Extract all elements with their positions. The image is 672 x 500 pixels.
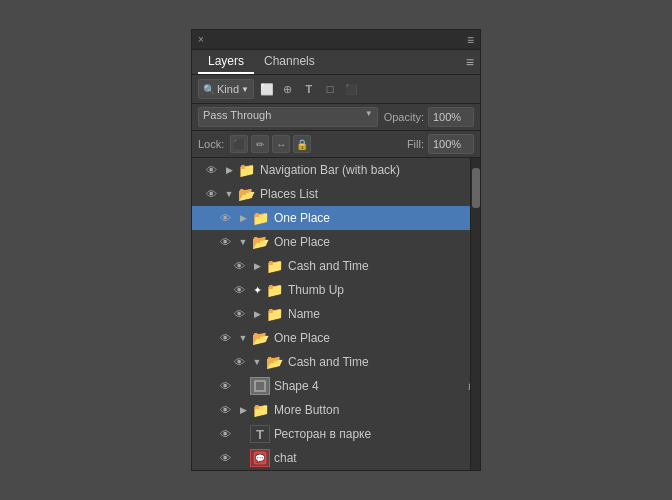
opacity-label: Opacity: — [384, 111, 424, 123]
svg-text:💬: 💬 — [255, 453, 265, 463]
lock-label: Lock: — [198, 138, 224, 150]
lock-position-icon[interactable]: ↔ — [272, 135, 290, 153]
visibility-toggle[interactable]: 👁 — [214, 206, 236, 230]
layer-thumbnail: 📂 — [264, 353, 284, 371]
folder-icon: 📂 — [252, 234, 269, 250]
visibility-toggle[interactable]: 👁 — [200, 158, 222, 182]
folder-icon: 📁 — [266, 306, 283, 322]
layer-thumbnail: 💬 — [250, 449, 270, 467]
fill-input[interactable]: 100% — [428, 134, 474, 154]
layer-thumbnail: 📁 — [264, 305, 284, 323]
blend-row: Pass Through ▼ Opacity: 100% — [192, 104, 480, 131]
visibility-toggle[interactable]: 👁 — [200, 182, 222, 206]
tabs: Layers Channels — [198, 50, 325, 74]
layer-name: Cash and Time — [288, 259, 476, 273]
layer-thumbnail: 📁 — [236, 161, 256, 179]
visibility-toggle[interactable]: 👁 — [214, 230, 236, 254]
layer-item[interactable]: 👁 ▼ 📂 One Place — [192, 230, 480, 254]
smart-filter-icon[interactable]: ⬛ — [342, 80, 360, 98]
visibility-toggle[interactable]: 👁 — [214, 398, 236, 422]
type-filter-icon[interactable]: T — [300, 80, 318, 98]
visibility-toggle[interactable]: 👁 — [214, 446, 236, 470]
fill-section: Fill: 100% — [407, 134, 474, 154]
layer-name: chat — [274, 451, 476, 465]
layer-item[interactable]: 👁 ▶ Shape 4 fx — [192, 374, 480, 398]
layer-item[interactable]: 👁 ▶ 📁 Cash and Time — [192, 254, 480, 278]
layer-name: More Button — [274, 403, 476, 417]
layer-name: Cash and Time — [288, 355, 476, 369]
layer-thumbnail: 📂 — [250, 329, 270, 347]
filter-icons: ⬜ ⊕ T □ ⬛ — [258, 80, 360, 98]
folder-icon: 📁 — [252, 210, 269, 226]
layer-item[interactable]: 👁 ▶ 💬 chat — [192, 446, 480, 470]
folder-icon: 📂 — [252, 330, 269, 346]
folder-icon: 📁 — [238, 162, 255, 178]
tab-channels[interactable]: Channels — [254, 50, 325, 74]
pixel-filter-icon[interactable]: ⬜ — [258, 80, 276, 98]
expand-arrow[interactable]: ▶ — [236, 398, 250, 422]
folder-icon: 📂 — [266, 354, 283, 370]
layer-thumbnail: 📁 — [250, 209, 270, 227]
svg-rect-0 — [255, 381, 265, 391]
close-icon[interactable]: × — [198, 34, 204, 45]
layer-item[interactable]: 👁 ▼ 📂 Places List — [192, 182, 480, 206]
expand-arrow[interactable]: ▶ — [236, 206, 250, 230]
blend-mode-dropdown[interactable]: Pass Through ▼ — [198, 107, 378, 127]
layer-item[interactable]: 👁 ▼ 📂 One Place — [192, 326, 480, 350]
kind-label: Kind — [217, 83, 239, 95]
tabs-menu-icon[interactable]: ≡ — [466, 54, 474, 70]
visibility-toggle[interactable]: 👁 — [228, 350, 250, 374]
layer-item[interactable]: 👁 ▼ 📂 Cash and Time — [192, 350, 480, 374]
layer-name: One Place — [274, 235, 476, 249]
layers-list: 👁 ▶ 📁 Navigation Bar (with back) 👁 ▼ 📂 P… — [192, 158, 480, 470]
visibility-toggle[interactable]: 👁 — [214, 374, 236, 398]
shape-filter-icon[interactable]: □ — [321, 80, 339, 98]
folder-icon: 📁 — [266, 282, 283, 298]
visibility-toggle[interactable]: 👁 — [228, 302, 250, 326]
layer-item[interactable]: 👁 ▶ 📁 Navigation Bar (with back) — [192, 158, 480, 182]
opacity-input[interactable]: 100% — [428, 107, 474, 127]
layer-item[interactable]: 👁 ▶ 📁 Name — [192, 302, 480, 326]
layer-name: Places List — [260, 187, 476, 201]
visibility-toggle[interactable]: 👁 — [214, 326, 236, 350]
layer-thumbnail: 📂 — [236, 185, 256, 203]
expand-arrow[interactable]: ✦ — [250, 278, 264, 302]
tab-layers[interactable]: Layers — [198, 50, 254, 74]
panel-menu-icon[interactable]: ≡ — [467, 33, 474, 47]
folder-icon: 📂 — [238, 186, 255, 202]
lock-transparent-icon[interactable]: ⬛ — [230, 135, 248, 153]
layer-name: Navigation Bar (with back) — [260, 163, 476, 177]
expand-arrow[interactable]: ▼ — [250, 350, 264, 374]
layer-thumbnail: 📂 — [250, 233, 270, 251]
layer-item[interactable]: 👁 ✦ 📁 Thumb Up — [192, 278, 480, 302]
expand-arrow[interactable]: ▼ — [236, 326, 250, 350]
blend-mode-value: Pass Through — [203, 109, 271, 121]
layer-item[interactable]: 👁 ▶ 📁 More Button — [192, 398, 480, 422]
visibility-toggle[interactable]: 👁 — [228, 254, 250, 278]
fill-label: Fill: — [407, 138, 424, 150]
kind-dropdown[interactable]: 🔍 Kind ▼ — [198, 79, 254, 99]
scrollbar-thumb[interactable] — [472, 168, 480, 208]
visibility-toggle[interactable]: 👁 — [214, 422, 236, 446]
expand-arrow[interactable]: ▶ — [250, 254, 264, 278]
layer-thumbnail — [250, 377, 270, 395]
expand-arrow[interactable]: ▼ — [236, 230, 250, 254]
lock-image-icon[interactable]: ✏ — [251, 135, 269, 153]
visibility-toggle[interactable]: 👁 — [228, 278, 250, 302]
layer-thumbnail: 📁 — [250, 401, 270, 419]
panel-title-bar: × ≡ — [192, 30, 480, 50]
lock-row: Lock: ⬛ ✏ ↔ 🔒 Fill: 100% — [192, 131, 480, 158]
expand-arrow[interactable]: ▼ — [222, 182, 236, 206]
scrollbar[interactable] — [470, 158, 480, 470]
layer-item[interactable]: 👁 ▶ T Ресторан в парке — [192, 422, 480, 446]
layer-thumbnail: 📁 — [264, 257, 284, 275]
expand-arrow[interactable]: ▶ — [250, 302, 264, 326]
lock-all-icon[interactable]: 🔒 — [293, 135, 311, 153]
layer-name: One Place — [274, 331, 476, 345]
expand-arrow[interactable]: ▶ — [222, 158, 236, 182]
tabs-row: Layers Channels ≡ — [192, 50, 480, 75]
layer-name: Name — [288, 307, 476, 321]
adjustment-filter-icon[interactable]: ⊕ — [279, 80, 297, 98]
layer-item[interactable]: 👁 ▶ 📁 One Place — [192, 206, 480, 230]
layer-thumbnail: 📁 — [264, 281, 284, 299]
